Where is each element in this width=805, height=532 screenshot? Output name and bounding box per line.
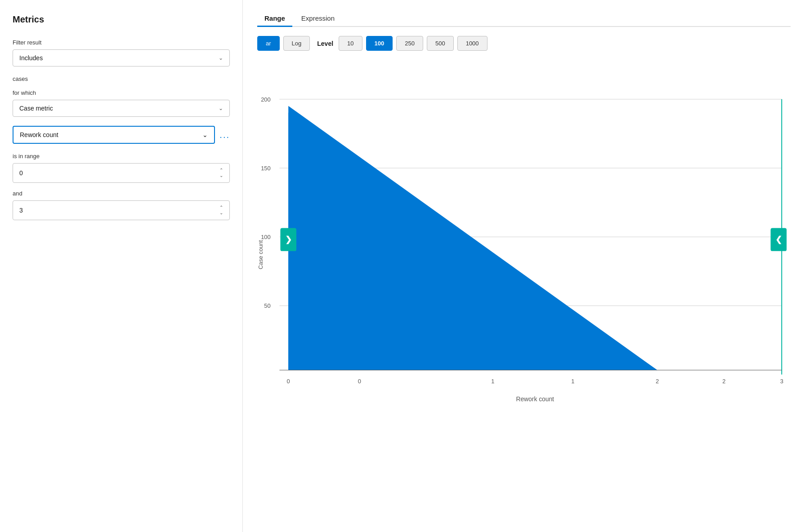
chevron-down-icon: ⌄ bbox=[219, 55, 223, 61]
filter-result-dropdown[interactable]: Includes ⌄ bbox=[13, 49, 230, 66]
level-10-button[interactable]: 10 bbox=[339, 36, 362, 51]
scale-linear-button[interactable]: ar bbox=[257, 36, 280, 51]
and-label: and bbox=[13, 190, 230, 197]
x-axis-2-left: 2 bbox=[656, 378, 659, 385]
right-slider-arrow: ❮ bbox=[775, 235, 782, 244]
cases-label: cases bbox=[13, 75, 230, 82]
svg-marker-7 bbox=[288, 113, 657, 370]
level-1000-button[interactable]: 1000 bbox=[457, 36, 487, 51]
filter-result-value: Includes bbox=[19, 54, 43, 62]
range-start-input[interactable]: 0 ⌃ ⌄ bbox=[13, 163, 230, 183]
decrement-icon[interactable]: ⌄ bbox=[219, 211, 223, 215]
filter-result-label: Filter result bbox=[13, 39, 230, 46]
y-axis-label: Case count bbox=[257, 240, 264, 269]
metric-dropdown[interactable]: Rework count ⌄ bbox=[13, 126, 215, 144]
x-axis-1-right: 1 bbox=[571, 378, 574, 385]
range-start-value: 0 bbox=[19, 169, 23, 177]
range-end-value: 3 bbox=[19, 207, 23, 214]
level-label: Level bbox=[317, 40, 333, 47]
y-axis-100: 100 bbox=[261, 234, 270, 240]
chart-svg: 200 150 100 50 Case count 0 0 1 bbox=[257, 62, 791, 430]
more-options-button[interactable]: ... bbox=[219, 130, 230, 140]
tab-range[interactable]: Range bbox=[257, 11, 292, 27]
x-axis-0-right: 0 bbox=[358, 378, 361, 385]
metric-value: Rework count bbox=[20, 131, 58, 138]
x-axis-label: Rework count bbox=[516, 395, 554, 403]
case-metric-dropdown[interactable]: Case metric ⌄ bbox=[13, 100, 230, 117]
x-axis-1-left: 1 bbox=[491, 378, 494, 385]
scale-log-button[interactable]: Log bbox=[283, 36, 310, 51]
metric-row: Rework count ⌄ ... bbox=[13, 126, 230, 144]
y-axis-200: 200 bbox=[261, 96, 270, 103]
chart-controls: ar Log Level 10 100 250 500 1000 bbox=[257, 36, 791, 51]
decrement-icon[interactable]: ⌄ bbox=[219, 173, 223, 178]
level-500-button[interactable]: 500 bbox=[427, 36, 454, 51]
x-axis-0-left: 0 bbox=[287, 378, 290, 385]
chevron-down-icon: ⌄ bbox=[219, 105, 223, 111]
level-100-button[interactable]: 100 bbox=[366, 36, 393, 51]
increment-icon[interactable]: ⌃ bbox=[219, 168, 223, 173]
right-panel: Range Expression ar Log Level 10 100 250… bbox=[243, 0, 805, 532]
page-title: Metrics bbox=[13, 14, 230, 25]
increment-icon[interactable]: ⌃ bbox=[219, 205, 223, 210]
level-250-button[interactable]: 250 bbox=[396, 36, 423, 51]
x-axis-2-right: 2 bbox=[722, 378, 725, 385]
tab-expression[interactable]: Expression bbox=[294, 11, 342, 27]
tabs: Range Expression bbox=[257, 11, 791, 27]
chart-area: 200 150 100 50 Case count 0 0 1 bbox=[257, 62, 791, 430]
y-axis-50: 50 bbox=[264, 302, 270, 309]
left-slider-arrow: ❯ bbox=[285, 235, 292, 244]
left-panel: Metrics Filter result Includes ⌄ cases f… bbox=[0, 0, 243, 532]
x-axis-3: 3 bbox=[780, 378, 783, 385]
range-end-input[interactable]: 3 ⌃ ⌄ bbox=[13, 200, 230, 220]
is-in-range-label: is in range bbox=[13, 153, 230, 160]
case-metric-value: Case metric bbox=[19, 105, 53, 112]
chevron-down-icon: ⌄ bbox=[202, 131, 208, 138]
range-start-spinner[interactable]: ⌃ ⌄ bbox=[219, 168, 223, 178]
y-axis-150: 150 bbox=[261, 165, 270, 172]
for-which-label: for which bbox=[13, 89, 230, 96]
range-end-spinner[interactable]: ⌃ ⌄ bbox=[219, 205, 223, 215]
